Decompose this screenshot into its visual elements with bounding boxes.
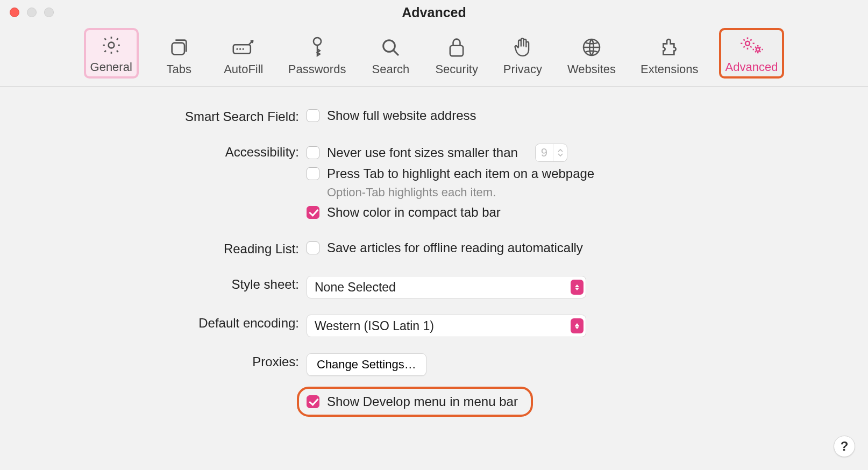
svg-rect-1 (172, 43, 184, 55)
popup-value: Western (ISO Latin 1) (315, 319, 434, 333)
section-label-style-sheet: Style sheet: (0, 276, 307, 292)
gear-icon (101, 33, 122, 57)
key-icon (308, 35, 326, 59)
popup-arrows-icon (571, 280, 584, 295)
checkbox-unchecked-icon[interactable] (307, 146, 319, 159)
font-size-stepper[interactable]: 9 (535, 144, 567, 162)
toolbar-label: Extensions (641, 62, 699, 76)
toolbar-label: Passwords (288, 62, 346, 76)
section-label-proxies: Proxies: (0, 353, 307, 369)
spacer (0, 377, 307, 378)
section-label-accessibility: Accessibility: (0, 144, 307, 160)
svg-point-5 (242, 48, 244, 50)
checkbox-unchecked-icon[interactable] (307, 241, 319, 254)
search-icon (380, 35, 401, 59)
option-tab-hint: Option-Tab highlights each item. (327, 186, 868, 200)
checkbox-unchecked-icon[interactable] (307, 109, 319, 122)
toolbar-label: Security (435, 62, 478, 76)
toolbar-tab-search[interactable]: Search (366, 32, 415, 79)
lock-icon (447, 35, 466, 59)
puzzle-icon (659, 35, 680, 59)
toolbar-tab-extensions[interactable]: Extensions (636, 32, 703, 79)
checkbox-unchecked-icon[interactable] (307, 167, 319, 180)
show-color-compact-tab-option[interactable]: Show color in compact tab bar (307, 205, 868, 220)
toolbar-label: Privacy (503, 62, 542, 76)
checkbox-label: Show color in compact tab bar (327, 205, 501, 220)
gears-icon (739, 33, 765, 57)
svg-point-3 (236, 48, 238, 50)
popup-value: None Selected (315, 280, 396, 295)
traffic-lights (10, 8, 54, 17)
help-button[interactable]: ? (834, 436, 855, 457)
font-size-value: 9 (536, 146, 553, 160)
default-encoding-popup[interactable]: Western (ISO Latin 1) (307, 315, 586, 337)
advanced-settings-pane: Smart Search Field: Show full website ad… (0, 87, 868, 417)
section-label-reading-list: Reading List: (0, 240, 307, 257)
toolbar-tab-autofill[interactable]: AutoFill (219, 32, 268, 79)
popup-arrows-icon (571, 318, 584, 333)
autofill-icon (231, 35, 257, 59)
toolbar-label: Search (372, 62, 410, 76)
toolbar-tab-general[interactable]: General (84, 28, 139, 79)
zoom-window-button[interactable] (44, 8, 54, 17)
toolbar-tab-tabs[interactable]: Tabs (155, 32, 203, 79)
toolbar-label: General (90, 60, 132, 74)
minimize-window-button[interactable] (27, 8, 37, 17)
checkbox-label: Press Tab to highlight each item on a we… (327, 166, 594, 181)
svg-point-4 (239, 48, 241, 50)
toolbar-label: Tabs (167, 62, 191, 76)
svg-rect-8 (450, 46, 463, 56)
close-window-button[interactable] (10, 8, 19, 17)
show-develop-menu-option[interactable]: Show Develop menu in menu bar (307, 394, 518, 409)
style-sheet-popup[interactable]: None Selected (307, 276, 586, 298)
svg-point-6 (314, 38, 321, 45)
preferences-toolbar: General Tabs AutoFill Passwords Search S… (0, 25, 868, 87)
svg-rect-2 (233, 45, 251, 53)
toolbar-label: Websites (567, 62, 616, 76)
toolbar-label: AutoFill (224, 62, 263, 76)
develop-menu-highlight: Show Develop menu in menu bar (297, 387, 533, 417)
svg-point-0 (108, 42, 114, 48)
change-proxies-button[interactable]: Change Settings… (307, 353, 426, 376)
tabs-icon (168, 35, 190, 59)
toolbar-tab-security[interactable]: Security (431, 32, 482, 79)
checkbox-checked-icon[interactable] (307, 395, 319, 408)
toolbar-label: Advanced (725, 60, 778, 74)
checkbox-label: Show Develop menu in menu bar (327, 394, 518, 409)
hand-icon (513, 35, 533, 59)
save-offline-option[interactable]: Save articles for offline reading automa… (307, 240, 868, 255)
checkbox-label: Show full website address (327, 108, 476, 123)
toolbar-tab-websites[interactable]: Websites (563, 32, 620, 79)
checkbox-checked-icon[interactable] (307, 206, 319, 219)
svg-point-7 (383, 40, 395, 52)
toolbar-tab-privacy[interactable]: Privacy (499, 32, 547, 79)
checkbox-label: Never use font sizes smaller than (327, 145, 518, 160)
titlebar: Advanced (0, 0, 868, 25)
toolbar-tab-passwords[interactable]: Passwords (284, 32, 351, 79)
stepper-arrows-icon[interactable] (553, 144, 567, 161)
svg-point-11 (756, 48, 759, 51)
section-label-encoding: Default encoding: (0, 315, 307, 331)
toolbar-tab-advanced[interactable]: Advanced (719, 28, 785, 79)
globe-icon (581, 35, 602, 59)
show-full-address-option[interactable]: Show full website address (307, 108, 868, 123)
section-label-smart-search: Smart Search Field: (0, 108, 307, 124)
svg-point-10 (745, 41, 750, 46)
window-title: Advanced (402, 5, 466, 20)
checkbox-label: Save articles for offline reading automa… (327, 240, 583, 255)
press-tab-option[interactable]: Press Tab to highlight each item on a we… (307, 166, 868, 181)
min-font-size-option[interactable]: Never use font sizes smaller than 9 (307, 144, 868, 162)
